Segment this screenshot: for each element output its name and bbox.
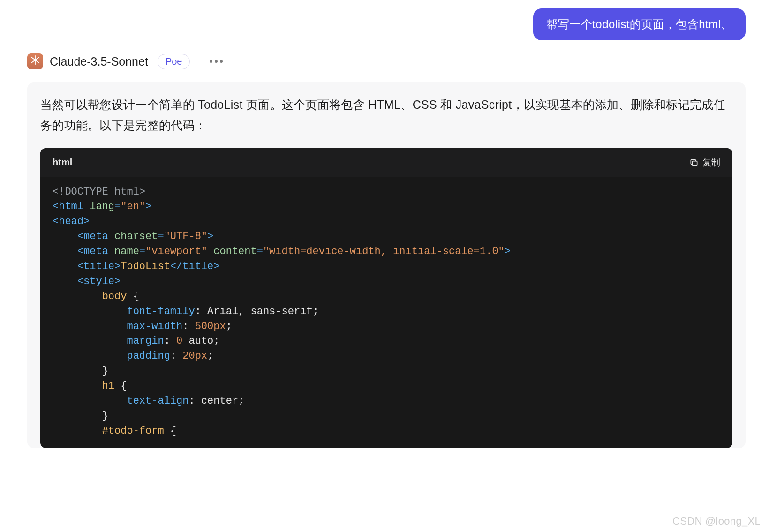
copy-button[interactable]: 复制 xyxy=(689,157,720,169)
watermark: CSDN @loong_XL xyxy=(672,515,761,527)
poe-badge[interactable]: Poe xyxy=(158,54,190,69)
code-block-header: html 复制 xyxy=(40,148,732,177)
code-content[interactable]: <!DOCTYPE html> <html lang="en"> <head> … xyxy=(40,177,732,448)
assistant-header: Claude-3.5-Sonnet Poe xyxy=(0,49,769,74)
ellipsis-icon xyxy=(220,60,223,63)
user-message-bubble[interactable]: 帮写一个todolist的页面，包含html、 xyxy=(533,8,746,40)
code-language-label: html xyxy=(53,157,72,168)
assistant-avatar[interactable] xyxy=(27,53,43,69)
ellipsis-icon xyxy=(215,60,218,63)
copy-icon xyxy=(689,158,699,167)
code-block: html 复制 <!DOCTYPE html> <html lang="en">… xyxy=(40,148,732,448)
user-message-row: 帮写一个todolist的页面，包含html、 xyxy=(0,0,769,49)
assistant-name[interactable]: Claude-3.5-Sonnet xyxy=(50,55,148,68)
user-message-text: 帮写一个todolist的页面，包含html、 xyxy=(546,18,732,30)
copy-label: 复制 xyxy=(702,157,720,169)
asterisk-icon xyxy=(30,55,40,68)
svg-rect-0 xyxy=(693,161,697,165)
ellipsis-icon xyxy=(210,60,212,63)
response-intro-text: 当然可以帮您设计一个简单的 TodoList 页面。这个页面将包含 HTML、C… xyxy=(40,95,732,136)
assistant-response: 当然可以帮您设计一个简单的 TodoList 页面。这个页面将包含 HTML、C… xyxy=(27,82,746,448)
more-options-button[interactable] xyxy=(205,57,227,66)
